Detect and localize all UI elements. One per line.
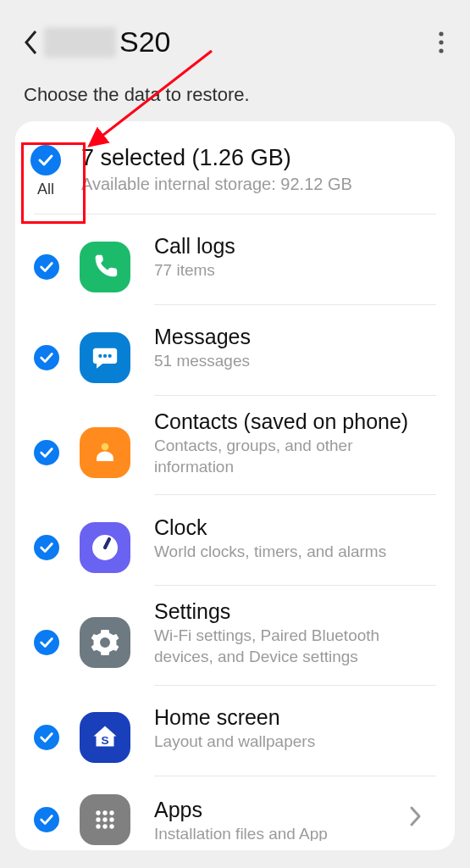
item-call-logs[interactable]: Call logs 77 items	[15, 214, 455, 305]
item-title: Call logs	[154, 234, 436, 259]
svg-point-12	[102, 810, 107, 815]
more-options-button[interactable]	[431, 32, 451, 53]
item-subtitle: 51 messages	[154, 351, 436, 372]
checkmark-icon	[39, 350, 54, 365]
item-subtitle: Contacts, groups, and other information	[154, 436, 436, 477]
data-type-list: Call logs 77 items Messages 51 messages	[15, 214, 455, 849]
item-home-screen[interactable]: S Home screen Layout and wallpapers	[15, 686, 455, 776]
item-title: Messages	[154, 325, 436, 349]
checkmark-icon	[39, 445, 54, 460]
checkbox[interactable]	[34, 254, 59, 280]
item-clock[interactable]: Clock World clocks, timers, and alarms	[15, 495, 455, 586]
checkbox[interactable]	[34, 345, 59, 370]
checkmark-icon	[39, 812, 54, 827]
svg-point-1	[439, 40, 443, 44]
svg-point-19	[109, 824, 113, 828]
checkmark-icon	[39, 540, 54, 555]
restore-card: All 7 selected (1.26 GB) Available inter…	[15, 121, 455, 850]
svg-point-13	[109, 810, 113, 815]
instruction-text: Choose the data to restore.	[0, 67, 470, 121]
svg-point-14	[96, 817, 100, 821]
clock-icon	[80, 522, 130, 573]
item-title: Apps	[154, 798, 436, 822]
item-subtitle: Wi-Fi settings, Paired Bluetooth devices…	[154, 626, 436, 667]
chevron-right-icon	[409, 804, 423, 828]
svg-point-17	[96, 824, 100, 828]
svg-point-2	[439, 48, 443, 53]
chevron-left-icon	[23, 30, 40, 55]
svg-point-5	[108, 353, 112, 357]
apps-grid-icon	[80, 794, 130, 845]
phone-icon	[80, 242, 130, 292]
device-title: S20	[119, 25, 171, 58]
checkbox[interactable]	[34, 725, 59, 750]
title-area: S20	[44, 25, 431, 58]
expand-button[interactable]	[409, 804, 423, 832]
item-title: Home screen	[154, 705, 436, 730]
storage-remaining: Available internal storage: 92.12 GB	[81, 175, 436, 194]
item-subtitle: World clocks, timers, and alarms	[154, 542, 436, 563]
item-subtitle: Installation files and App	[154, 824, 436, 841]
checkbox[interactable]	[34, 535, 59, 560]
svg-point-15	[102, 817, 107, 821]
svg-point-18	[102, 824, 107, 828]
svg-point-9	[102, 639, 109, 647]
svg-point-16	[109, 817, 113, 821]
item-subtitle: Layout and wallpapers	[154, 732, 436, 753]
svg-point-4	[103, 353, 107, 357]
checkbox[interactable]	[34, 807, 59, 832]
item-settings[interactable]: Settings Wi-Fi settings, Paired Bluetoot…	[15, 586, 455, 685]
checkmark-icon	[39, 635, 54, 650]
redacted-text	[44, 27, 116, 58]
item-subtitle: 77 items	[154, 260, 436, 281]
checkbox[interactable]	[34, 440, 59, 465]
svg-point-0	[439, 31, 443, 36]
svg-point-11	[96, 810, 100, 815]
messages-icon	[80, 332, 130, 383]
checkmark-icon	[39, 259, 54, 275]
item-contacts[interactable]: Contacts (saved on phone) Contacts, grou…	[15, 396, 455, 495]
svg-point-3	[98, 353, 102, 357]
item-title: Contacts (saved on phone)	[154, 409, 436, 434]
checkmark-icon	[39, 730, 54, 745]
svg-text:S: S	[101, 734, 108, 747]
annotation-highlight-box	[21, 142, 86, 224]
selection-summary: 7 selected (1.26 GB)	[81, 145, 436, 171]
app-header: S20	[0, 0, 470, 67]
contacts-icon	[80, 427, 130, 478]
svg-point-6	[102, 442, 109, 450]
item-apps[interactable]: Apps Installation files and App	[15, 776, 455, 849]
item-title: Settings	[154, 599, 436, 624]
item-messages[interactable]: Messages 51 messages	[15, 305, 455, 396]
checkbox[interactable]	[34, 630, 59, 655]
more-vertical-icon	[438, 31, 445, 54]
gear-icon	[80, 617, 130, 668]
fade-edge	[0, 860, 470, 868]
home-icon: S	[80, 712, 130, 763]
back-button[interactable]	[19, 30, 44, 55]
item-title: Clock	[154, 515, 436, 540]
